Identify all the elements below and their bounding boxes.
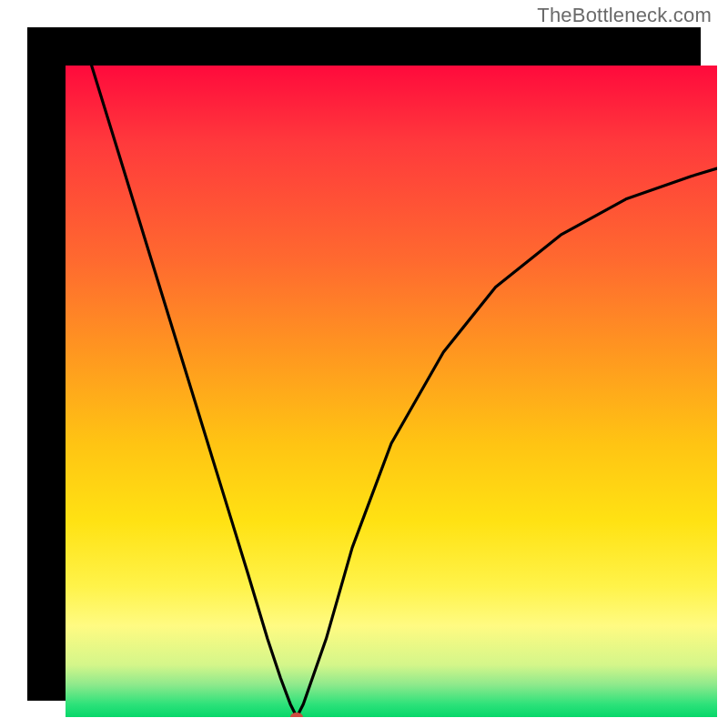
curve-line bbox=[92, 66, 717, 717]
curve-minimum-marker bbox=[290, 713, 303, 717]
watermark-text: TheBottleneck.com bbox=[537, 4, 712, 27]
curve-svg bbox=[66, 66, 717, 717]
chart-container: TheBottleneck.com bbox=[0, 0, 728, 728]
chart-frame bbox=[27, 27, 701, 701]
plot-area bbox=[66, 66, 717, 717]
